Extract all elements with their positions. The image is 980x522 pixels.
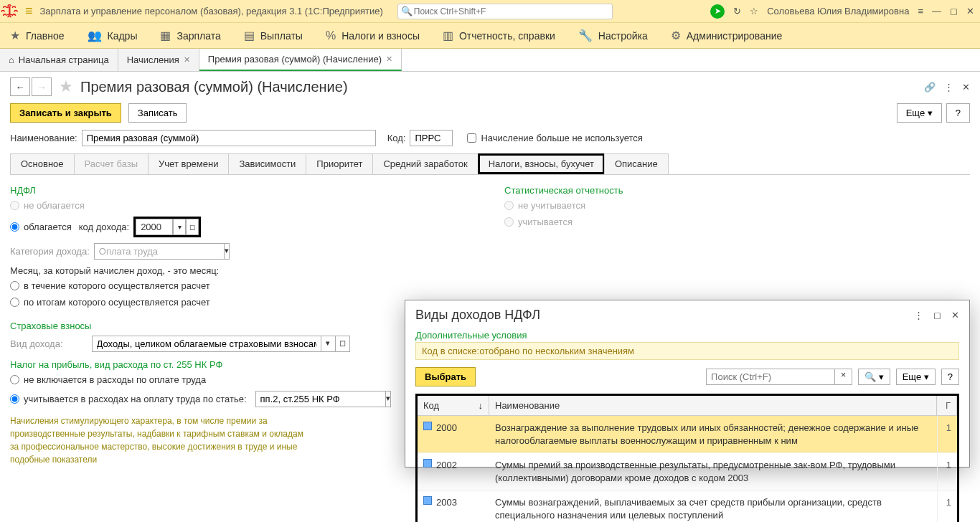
menu-zarplata[interactable]: ▦Зарплата xyxy=(160,29,220,42)
save-button[interactable]: Записать xyxy=(128,103,187,123)
gear-icon: ⚙ xyxy=(671,29,681,42)
row-icon xyxy=(423,459,432,468)
menu-icon[interactable]: ≡ xyxy=(25,4,33,19)
chevron-down-icon[interactable]: ▾ xyxy=(225,243,230,260)
tab-sredniy[interactable]: Средний заработок xyxy=(372,153,478,174)
tab-premia[interactable]: Премия разовая (суммой) (Начисление)✕ xyxy=(199,49,402,71)
income-code-field[interactable]: 2000 xyxy=(136,219,173,235)
chevron-down-icon[interactable]: ▾ xyxy=(321,336,336,352)
row-icon xyxy=(423,422,432,430)
month-opt1-radio[interactable] xyxy=(10,281,19,290)
content: ← → ★ Премия разовая (суммой) (Начислени… xyxy=(0,72,980,472)
history-icon[interactable]: ↻ xyxy=(733,6,741,16)
ndfl-taxed-radio[interactable] xyxy=(10,222,19,232)
page-title: Премия разовая (суммой) (Начисление) xyxy=(80,79,348,95)
percent-icon: % xyxy=(326,29,336,42)
filter-bar[interactable]: Код в списке:отобрано по нескольким знач… xyxy=(415,342,959,360)
income-cat-label: Категория дохода: xyxy=(10,246,90,257)
people-icon: 👥 xyxy=(88,29,102,42)
open-icon[interactable]: ◻ xyxy=(336,336,350,352)
maximize-icon[interactable]: ◻ xyxy=(933,310,941,321)
filter-icon[interactable]: ≡ xyxy=(918,6,923,16)
popup-search-input[interactable] xyxy=(706,369,835,385)
profit-opt1-radio[interactable] xyxy=(10,375,19,384)
close-icon[interactable]: ✕ xyxy=(951,310,959,321)
menu-nalogi[interactable]: %Налоги и взносы xyxy=(326,29,420,42)
forward-button[interactable]: → xyxy=(32,77,52,96)
tab-close-icon[interactable]: ✕ xyxy=(386,54,392,64)
month-opt2-radio[interactable] xyxy=(10,298,19,307)
popup-help-button[interactable]: ? xyxy=(941,369,959,385)
help-button[interactable]: ? xyxy=(946,103,970,123)
back-button[interactable]: ← xyxy=(10,77,30,96)
tab-nalogi[interactable]: Налоги, взносы, бухучет xyxy=(478,153,605,174)
close-form-icon[interactable]: ✕ xyxy=(962,82,970,92)
global-search: 🔍 xyxy=(397,4,696,19)
star-icon[interactable]: ☆ xyxy=(750,6,758,16)
table-row[interactable]: 2000 Вознаграждение за выполнение трудов… xyxy=(418,416,957,453)
row-icon xyxy=(423,496,432,505)
nav-btns: ← → xyxy=(10,77,52,96)
menu-vyplaty[interactable]: ▤Выплаты xyxy=(244,29,303,42)
home-icon: ⌂ xyxy=(9,54,14,65)
grid-body[interactable]: 2000 Вознаграждение за выполнение трудов… xyxy=(418,416,957,522)
title-row: ← → ★ Премия разовая (суммой) (Начислени… xyxy=(10,77,970,96)
link-icon[interactable]: 🔗 xyxy=(924,82,936,92)
doc-icon: ▥ xyxy=(443,29,453,42)
menu-nastroika[interactable]: 🔧Настройка xyxy=(578,29,648,42)
search-icon: 🔍 xyxy=(401,6,413,16)
clear-search-icon[interactable]: × xyxy=(835,369,852,385)
hint-text: Начисления стимулирующего характера, в т… xyxy=(10,414,311,466)
search-dropdown-button[interactable]: 🔍 ▾ xyxy=(858,369,890,385)
minimize-icon[interactable]: — xyxy=(932,6,941,16)
menu-admin[interactable]: ⚙Администрирование xyxy=(671,29,783,42)
unused-checkbox[interactable] xyxy=(467,133,476,143)
title-actions: 🔗 ⋮ ✕ xyxy=(924,82,970,92)
kebab-icon[interactable]: ⋮ xyxy=(944,82,953,92)
popup-more-button[interactable]: Еще ▾ xyxy=(896,369,936,385)
tab-home[interactable]: ⌂Начальная страница xyxy=(0,49,118,71)
income-cat-field[interactable] xyxy=(94,243,225,260)
menu-otchet[interactable]: ▥Отчетность, справки xyxy=(443,29,555,42)
tab-osnovnoe[interactable]: Основное xyxy=(10,153,75,174)
menu-main[interactable]: ★Главное xyxy=(10,29,65,42)
table-row[interactable]: 2002 Суммы премий за производственные ре… xyxy=(418,453,957,490)
name-field[interactable] xyxy=(82,130,376,146)
stat-opt1-radio xyxy=(504,201,514,210)
favorite-icon[interactable]: ★ xyxy=(59,77,73,96)
action-row: Записать и закрыть Записать Еще ▾ ? xyxy=(10,103,970,123)
tab-nachisleniya[interactable]: Начисления✕ xyxy=(118,49,199,71)
stat-header: Статистическая отчетность xyxy=(504,185,970,196)
select-button[interactable]: Выбрать xyxy=(415,367,476,386)
open-icon[interactable]: ◻ xyxy=(186,219,199,235)
search-input[interactable] xyxy=(397,4,613,19)
maximize-icon[interactable]: ◻ xyxy=(950,6,958,16)
profit-opt2-radio[interactable] xyxy=(10,394,19,404)
user-name[interactable]: Соловьева Юлия Владимировна xyxy=(767,6,909,16)
tab-prioritet[interactable]: Приоритет xyxy=(306,153,373,174)
sort-icon[interactable]: ↓ xyxy=(479,400,484,411)
tab-uchet-vremeni[interactable]: Учет времени xyxy=(148,153,229,174)
popup-toolbar: Выбрать × 🔍 ▾ Еще ▾ ? xyxy=(405,360,969,394)
tab-zavisimosti[interactable]: Зависимости xyxy=(228,153,306,174)
tab-raschet-bazy[interactable]: Расчет базы xyxy=(74,153,149,174)
name-label: Наименование: xyxy=(10,133,77,143)
save-close-button[interactable]: Записать и закрыть xyxy=(10,103,121,123)
dropdown-icon[interactable]: ▾ xyxy=(173,219,186,235)
chevron-down-icon[interactable]: ▾ xyxy=(386,391,391,407)
tab-opisanie[interactable]: Описание xyxy=(604,153,669,174)
close-icon[interactable]: ✕ xyxy=(966,6,974,16)
code-field[interactable] xyxy=(410,130,453,146)
menu-kadry[interactable]: 👥Кадры xyxy=(88,29,138,42)
kebab-icon[interactable]: ⋮ xyxy=(914,310,923,321)
income-type-field[interactable] xyxy=(92,336,321,352)
table-row[interactable]: 2003 Суммы вознаграждений, выплачиваемых… xyxy=(418,490,957,522)
tab-close-icon[interactable]: ✕ xyxy=(184,55,190,65)
stat-opt2-radio xyxy=(504,217,514,227)
income-code-wrap[interactable]: 2000 ▾ ◻ xyxy=(133,217,201,237)
telegram-icon[interactable]: ➤ xyxy=(710,4,725,19)
income-types-table: Код↓ Наименование Г 2000 Вознаграждение … xyxy=(415,394,959,522)
income-types-popup: Виды доходов НДФЛ ⋮ ◻ ✕ Дополнительные у… xyxy=(405,300,970,468)
more-button[interactable]: Еще ▾ xyxy=(897,103,942,123)
profit-article-field[interactable] xyxy=(255,391,386,407)
